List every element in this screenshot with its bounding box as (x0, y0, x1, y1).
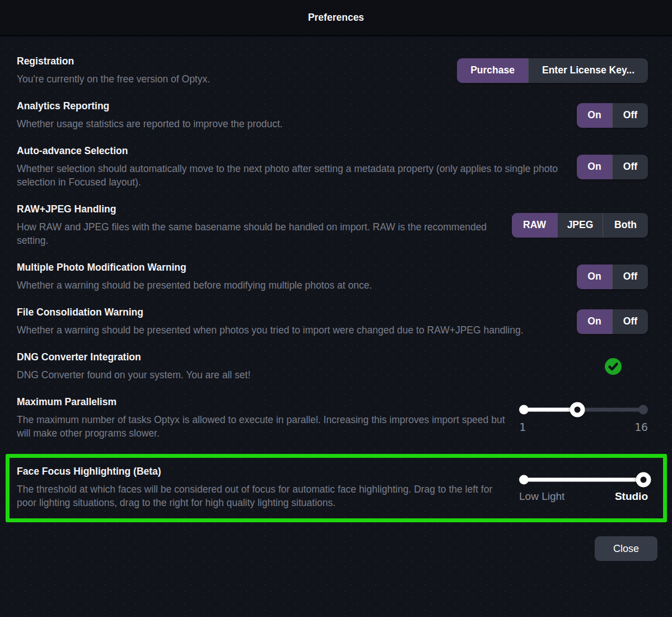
setting-row-analytics-reporting: Analytics Reporting Whether usage statis… (17, 100, 648, 131)
setting-row-multiple-photo-warning: Multiple Photo Modification Warning Whet… (17, 261, 648, 292)
setting-title: Maximum Parallelism (17, 396, 508, 408)
multiple-photo-warning-toggle: On Off (577, 265, 648, 289)
slider-max-label: Studio (615, 490, 648, 503)
setting-title: Auto-advance Selection (17, 145, 566, 157)
titlebar: Preferences (0, 0, 672, 36)
dialog-footer: Close (17, 536, 648, 573)
both-option-button[interactable]: Both (603, 213, 648, 238)
slider-thumb[interactable] (570, 402, 585, 417)
toggle-off-button[interactable]: Off (612, 309, 648, 334)
setting-row-face-focus-highlighting: Face Focus Highlighting (Beta) The thres… (17, 465, 648, 509)
setting-title: Analytics Reporting (17, 100, 566, 112)
check-circle-icon (604, 358, 622, 375)
toggle-off-button[interactable]: Off (612, 155, 648, 179)
setting-description: Whether a warning should be presented be… (17, 279, 566, 292)
toggle-on-button[interactable]: On (577, 155, 612, 179)
toggle-off-button[interactable]: Off (612, 265, 648, 289)
file-consolidation-warning-toggle: On Off (577, 309, 648, 334)
toggle-on-button[interactable]: On (577, 265, 612, 289)
page-title: Preferences (308, 12, 364, 24)
auto-advance-toggle: On Off (577, 155, 648, 179)
registration-buttons: Purchase Enter License Key... (457, 58, 648, 83)
setting-description: Whether a warning should be presented wh… (17, 323, 566, 337)
jpeg-option-button[interactable]: JPEG (557, 213, 603, 238)
close-button[interactable]: Close (595, 536, 657, 561)
purchase-button[interactable]: Purchase (457, 58, 528, 83)
setting-title: File Consolidation Warning (17, 306, 566, 318)
setting-title: Multiple Photo Modification Warning (17, 261, 566, 273)
setting-row-auto-advance: Auto-advance Selection Whether selection… (17, 145, 648, 189)
toggle-on-button[interactable]: On (577, 103, 612, 128)
setting-row-registration: Registration You're currently on the fre… (17, 55, 648, 86)
setting-description: Whether selection should automatically m… (17, 162, 566, 189)
slider-min-label: Low Light (519, 490, 564, 503)
max-parallelism-slider[interactable] (519, 402, 648, 417)
preferences-window: Preferences Registration You're currentl… (0, 0, 672, 617)
setting-row-maximum-parallelism: Maximum Parallelism The maximum number o… (17, 396, 648, 440)
setting-title: RAW+JPEG Handling (17, 203, 501, 215)
toggle-on-button[interactable]: On (577, 309, 612, 334)
setting-title: Registration (17, 55, 446, 67)
slider-min-label: 1 (519, 420, 526, 434)
setting-description: DNG Converter found on your system. You … (17, 368, 508, 382)
slider-max-label: 16 (634, 420, 648, 434)
slider-fill (524, 478, 643, 482)
setting-row-file-consolidation-warning: File Consolidation Warning Whether a war… (17, 306, 648, 337)
setting-description: How RAW and JPEG files with the same bas… (17, 220, 501, 247)
setting-description: Whether usage statistics are reported to… (17, 117, 566, 131)
slider-thumb[interactable] (636, 472, 651, 488)
analytics-reporting-toggle: On Off (577, 103, 648, 128)
setting-title: Face Focus Highlighting (Beta) (17, 465, 508, 477)
enter-license-key-button[interactable]: Enter License Key... (528, 58, 648, 83)
setting-description: You're currently on the free version of … (17, 72, 446, 86)
face-focus-slider[interactable] (519, 472, 648, 488)
setting-description: The maximum number of tasks Optyx is all… (17, 413, 508, 440)
setting-title: DNG Converter Integration (17, 351, 508, 363)
raw-jpeg-segmented-control: RAW JPEG Both (512, 213, 648, 238)
setting-description: The threshold at which faces will be con… (17, 483, 508, 509)
raw-option-button[interactable]: RAW (512, 213, 557, 238)
toggle-off-button[interactable]: Off (612, 103, 648, 128)
highlight-box: Face Focus Highlighting (Beta) The thres… (6, 454, 667, 522)
setting-row-dng-converter: DNG Converter Integration DNG Converter … (17, 351, 648, 382)
preferences-content: Registration You're currently on the fre… (0, 36, 672, 617)
setting-row-raw-jpeg-handling: RAW+JPEG Handling How RAW and JPEG files… (17, 203, 648, 247)
